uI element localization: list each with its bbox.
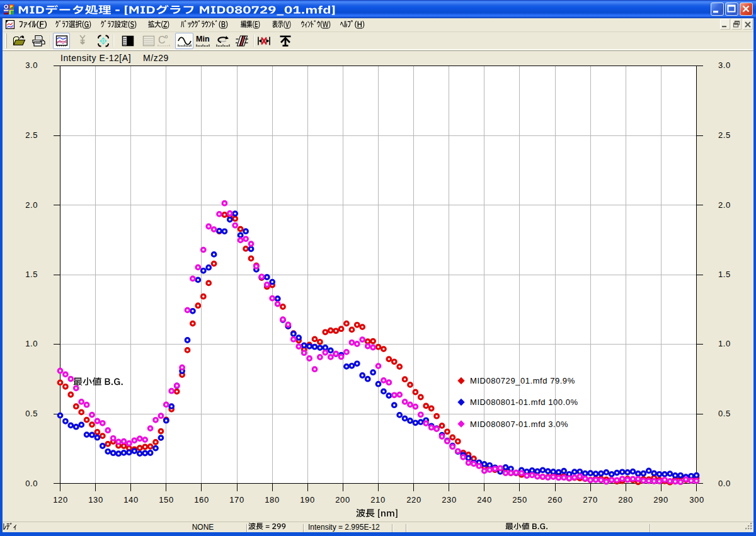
svg-text:Min: Min xyxy=(196,35,210,43)
svg-text:C: C xyxy=(158,35,166,45)
